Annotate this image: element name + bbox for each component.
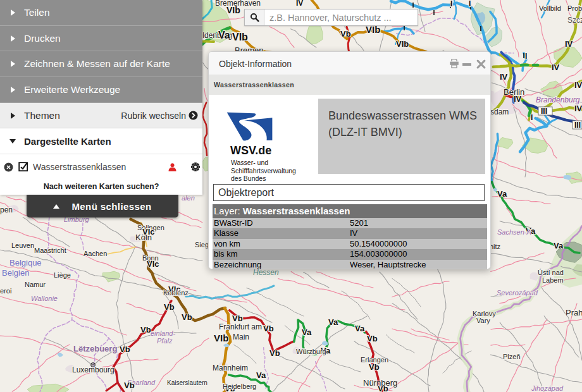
svg-text:IV: IV (296, 0, 303, 8)
svg-text:Va: Va (302, 328, 312, 337)
svg-text:Namur: Namur (25, 281, 46, 288)
svg-text:Würzburg: Würzburg (296, 348, 326, 355)
svg-text:IV: IV (574, 104, 582, 113)
svg-text:Va: Va (497, 189, 507, 199)
svg-text:Erlangen: Erlangen (361, 356, 388, 364)
svg-text:Mannheim: Mannheim (213, 364, 248, 372)
svg-text:Labem: Labem (542, 276, 564, 284)
svg-text:Vb: Vb (369, 362, 380, 372)
svg-text:Jihozápad: Jihozápad (531, 384, 564, 392)
svg-text:Leuven: Leuven (11, 242, 34, 249)
svg-text:Severozápad: Severozápad (497, 289, 538, 297)
svg-text:Vb: Vb (269, 348, 280, 358)
svg-text:VIc: VIc (142, 227, 155, 236)
svg-text:IV: IV (565, 39, 573, 49)
svg-text:Vollbild: Vollbild (539, 4, 561, 12)
svg-text:Va: Va (256, 371, 266, 380)
svg-text:Vb: Vb (367, 334, 378, 343)
svg-text:eroi: eroi (0, 287, 11, 295)
svg-text:Vb: Vb (340, 29, 351, 39)
svg-text:VIb: VIb (396, 39, 409, 49)
svg-text:Liège: Liège (54, 271, 71, 279)
svg-text:alen: alen (182, 194, 195, 202)
svg-text:IV: IV (500, 72, 508, 82)
svg-text:Vb: Vb (182, 312, 192, 322)
svg-text:VIb: VIb (214, 333, 228, 343)
svg-text:I: I (450, 0, 452, 8)
svg-text:Maastricht: Maastricht (34, 247, 66, 254)
svg-text:III: III (574, 121, 581, 130)
svg-text:Vb: Vb (140, 325, 151, 334)
svg-text:Berlin: Berlin (504, 87, 524, 97)
svg-text:Main: Main (233, 333, 249, 341)
svg-text:Wallonie: Wallonie (31, 295, 58, 302)
svg-text:Va: Va (554, 241, 564, 250)
svg-text:Ústí nad: Ústí nad (538, 269, 564, 276)
svg-text:Kaiserslautern: Kaiserslautern (167, 379, 207, 386)
svg-text:sdam: sdam (490, 107, 509, 116)
svg-text:Vb: Vb (263, 324, 274, 333)
svg-text:Frankfurt am: Frankfurt am (219, 322, 262, 331)
svg-text:VIc: VIc (147, 259, 159, 269)
svg-text:Vb: Vb (232, 314, 243, 323)
svg-text:Vb: Vb (124, 381, 135, 390)
svg-text:Va: Va (218, 30, 230, 40)
svg-text:Belgien: Belgien (2, 268, 29, 278)
svg-text:Lëtzebuerg: Lëtzebuerg (73, 344, 117, 353)
svg-text:Koblenz: Koblenz (163, 289, 189, 297)
svg-text:Va: Va (355, 324, 365, 333)
svg-text:VIb: VIb (232, 32, 248, 42)
svg-text:I: I (531, 113, 533, 122)
svg-text:Praha: Praha (566, 308, 582, 317)
svg-text:Vb: Vb (120, 345, 130, 354)
svg-text:IV: IV (552, 63, 560, 72)
svg-text:Plzeň: Plzeň (503, 353, 521, 360)
svg-text:Sachsen-A: Sachsen-A (497, 228, 531, 236)
svg-text:Luxembourg: Luxembourg (72, 365, 115, 374)
svg-text:Vb: Vb (164, 302, 175, 312)
svg-text:Szczec: Szczec (567, 16, 582, 25)
svg-text:VIb: VIb (226, 5, 240, 15)
svg-text:Vary: Vary (476, 317, 490, 324)
svg-text:Brandenburg: Brandenburg (536, 95, 580, 104)
svg-text:I: I (525, 52, 527, 61)
svg-text:IV: IV (574, 80, 582, 90)
svg-text:Hessen: Hessen (253, 268, 279, 277)
svg-text:pen: pen (0, 205, 13, 214)
svg-text:Aachen: Aachen (84, 250, 107, 257)
svg-text:III: III (541, 107, 547, 116)
svg-text:Pfalz: Pfalz (157, 337, 173, 345)
svg-text:Va: Va (328, 317, 338, 327)
svg-text:Problem: Problem (567, 4, 582, 12)
svg-text:Belgique: Belgique (9, 258, 42, 267)
svg-text:hitz: hitz (490, 243, 500, 250)
svg-text:Nürnberg: Nürnberg (363, 378, 397, 388)
svg-text:Heidelberg: Heidelberg (223, 383, 256, 390)
svg-text:I: I (469, 0, 471, 8)
svg-text:einland-: einland- (151, 329, 175, 337)
